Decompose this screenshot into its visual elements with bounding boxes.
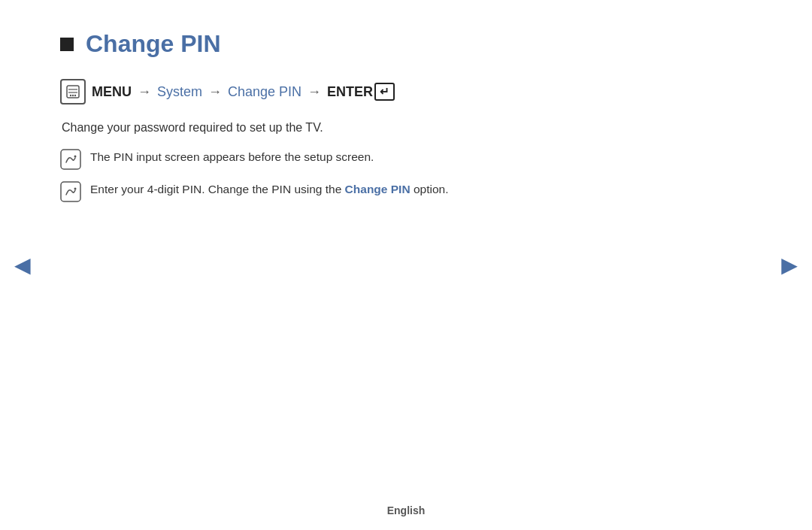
svg-point-7: [74, 156, 77, 158]
main-content: Change PIN MENU → System → Change PIN → …: [0, 0, 722, 202]
menu-remote-icon: [60, 79, 86, 104]
note2-text-after: option.: [411, 183, 449, 195]
arrow1: →: [138, 84, 151, 100]
footer-language: English: [387, 504, 426, 516]
menu-path-row: MENU → System → Change PIN → ENTER↵: [60, 79, 662, 104]
enter-label: ENTER↵: [327, 83, 395, 101]
note-text-1: The PIN input screen appears before the …: [90, 148, 374, 165]
title-row: Change PIN: [60, 30, 662, 58]
description-text: Change your password required to set up …: [62, 121, 662, 135]
change-pin-path-label: Change PIN: [228, 84, 301, 100]
change-pin-link: Change PIN: [345, 183, 411, 195]
arrow2: →: [208, 84, 222, 100]
note-icon-1: [60, 149, 81, 170]
note-item-2: Enter your 4-digit PIN. Change the PIN u…: [60, 180, 662, 202]
nav-right-button[interactable]: ►: [776, 250, 803, 281]
svg-point-3: [70, 95, 71, 96]
svg-rect-6: [61, 150, 80, 169]
arrow3: →: [308, 84, 321, 100]
nav-left-button[interactable]: ◄: [9, 250, 36, 281]
note-text-2: Enter your 4-digit PIN. Change the PIN u…: [90, 180, 448, 198]
svg-point-5: [74, 95, 76, 96]
svg-point-9: [74, 188, 77, 190]
note-icon-2: [60, 181, 81, 202]
note-item-1: The PIN input screen appears before the …: [60, 148, 662, 170]
note2-text-before: Enter your 4-digit PIN. Change the PIN u…: [90, 183, 345, 195]
svg-rect-8: [61, 182, 80, 201]
enter-key-icon: ↵: [374, 83, 395, 101]
title-square-icon: [60, 38, 74, 51]
system-label: System: [157, 84, 202, 100]
menu-label: MENU: [92, 84, 132, 100]
page-title: Change PIN: [86, 30, 221, 58]
svg-point-4: [72, 95, 74, 96]
